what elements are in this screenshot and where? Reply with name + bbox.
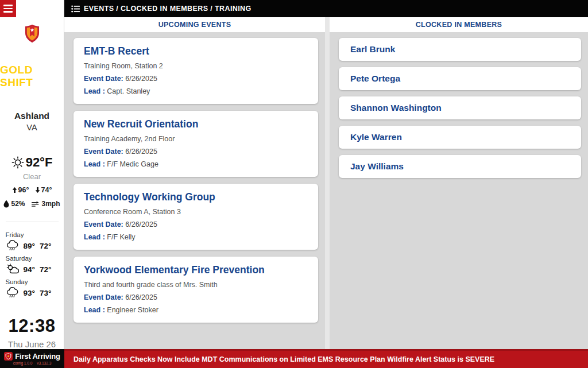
event-date-label: Event Date:: [84, 148, 123, 156]
wind-value: 3mph: [42, 200, 60, 208]
wind-icon: [31, 200, 40, 208]
humidity-wind-row: 52% 3mph: [3, 200, 60, 208]
forecast-low: 72°: [40, 265, 51, 274]
forecast-section: Friday 89° 72° Saturday 94° 72° S: [6, 222, 59, 299]
event-date-line: Event Date: 6/26/2025: [84, 148, 308, 156]
event-lead-value: F/F Medic Gage: [107, 160, 158, 168]
member-card: Shannon Washington: [339, 96, 581, 119]
low-temp: 74°: [41, 186, 52, 194]
current-temp: 92°F: [26, 155, 53, 170]
app-version: v3.132.3: [37, 361, 51, 365]
shift-label: GOLD SHIFT: [0, 64, 64, 89]
alert-ticker: Daily Apparatus Checks Now Include MDT C…: [64, 349, 588, 368]
forecast-high: 89°: [24, 242, 35, 250]
clocked-in-members-header: CLOCKED IN MEMBERS: [330, 17, 588, 32]
event-date-value: 6/26/2025: [125, 148, 157, 156]
forecast-row: 94° 72°: [6, 264, 59, 275]
sidebar: GOLD SHIFT Ashland VA 92°F Clear 96° 74°: [0, 0, 64, 349]
event-location: Third and fourth grade class of Mrs. Smi…: [84, 281, 308, 289]
bulleted-list-icon: [71, 5, 80, 13]
current-weather: 92°F: [11, 155, 53, 170]
state-label: VA: [26, 123, 37, 132]
event-lead-value: Capt. Stanley: [107, 87, 150, 95]
down-arrow-icon: [35, 187, 40, 193]
ticker-text: Daily Apparatus Checks Now Include MDT C…: [74, 355, 494, 363]
event-title: New Recruit Orientation: [84, 118, 308, 130]
page-title: EVENTS / CLOCKED IN MEMBERS / TRAINING: [84, 5, 252, 13]
member-card: Jay Williams: [339, 155, 581, 178]
event-lead-label: Lead :: [84, 233, 105, 241]
upcoming-events-header: UPCOMING EVENTS: [64, 17, 325, 32]
first-arriving-branding: First Arriving config 1.0.0 v3.132.3: [0, 349, 64, 368]
event-lead-line: Lead : Capt. Stanley: [84, 87, 308, 95]
topbar: EVENTS / CLOCKED IN MEMBERS / TRAINING: [64, 0, 588, 17]
weather-condition: Clear: [23, 172, 41, 181]
brand-name: First Arriving: [15, 352, 60, 361]
sun-behind-cloud-icon: [6, 264, 19, 275]
event-title: Yorkwood Elementary Fire Prevention: [84, 264, 308, 276]
member-card: Kyle Warren: [339, 126, 581, 149]
clock: 12:38 Thu June 26: [8, 316, 56, 349]
main-content: UPCOMING EVENTS EMT-B Recert Training Ro…: [64, 17, 588, 349]
forecast-row: 93° 73°: [6, 287, 59, 299]
rain-cloud-icon: [6, 287, 19, 299]
members-list: Earl Brunk Pete Ortega Shannon Washingto…: [330, 32, 588, 190]
event-location: Training Room, Station 2: [84, 62, 308, 70]
forecast-low: 73°: [40, 289, 51, 297]
event-lead-line: Lead : F/F Kelly: [84, 233, 308, 241]
droplet-icon: [3, 200, 9, 208]
member-name: Jay Williams: [350, 161, 404, 172]
upcoming-events-panel: UPCOMING EVENTS EMT-B Recert Training Ro…: [64, 17, 325, 349]
member-card: Pete Ortega: [339, 67, 581, 90]
event-title: EMT-B Recert: [84, 45, 308, 57]
first-arriving-shield-icon: [4, 352, 13, 361]
menu-button[interactable]: [0, 0, 16, 17]
event-date-value: 6/26/2025: [125, 220, 157, 228]
event-location: Conference Room A, Station 3: [84, 208, 308, 216]
high-temp: 96°: [18, 186, 29, 194]
hamburger-icon: [3, 5, 13, 6]
rain-cloud-icon: [6, 240, 19, 251]
event-card: Technology Working Group Conference Room…: [74, 184, 318, 250]
events-list: EMT-B Recert Training Room, Station 2 Ev…: [64, 32, 325, 335]
forecast-high: 93°: [24, 289, 35, 297]
event-date-label: Event Date:: [84, 75, 123, 83]
event-card: New Recruit Orientation Training Academy…: [74, 111, 318, 177]
config-version: config 1.0.0: [13, 361, 33, 365]
event-card: EMT-B Recert Training Room, Station 2 Ev…: [74, 38, 318, 104]
high-low-row: 96° 74°: [12, 186, 52, 194]
event-lead-label: Lead :: [84, 87, 105, 95]
column-divider: [325, 17, 330, 349]
event-location: Training Academy, 2nd Floor: [84, 135, 308, 143]
event-lead-line: Lead : F/F Medic Gage: [84, 160, 308, 168]
forecast-low: 72°: [40, 242, 51, 250]
forecast-day-label: Saturday: [6, 255, 59, 262]
humidity-value: 52%: [11, 200, 25, 208]
event-lead-label: Lead :: [84, 306, 105, 314]
up-arrow-icon: [12, 187, 17, 193]
clock-date: Thu June 26: [8, 339, 56, 349]
event-date-label: Event Date:: [84, 220, 123, 228]
event-lead-label: Lead :: [84, 160, 105, 168]
event-lead-line: Lead : Engineer Stoker: [84, 306, 308, 314]
member-name: Pete Ortega: [350, 73, 400, 84]
forecast-day-label: Sunday: [6, 278, 59, 285]
event-lead-value: F/F Kelly: [107, 233, 135, 241]
event-title: Technology Working Group: [84, 191, 308, 203]
city-label: Ashland: [14, 111, 49, 121]
event-date-line: Event Date: 6/26/2025: [84, 75, 308, 83]
clock-time: 12:38: [8, 316, 56, 336]
event-date-line: Event Date: 6/26/2025: [84, 220, 308, 228]
clocked-in-members-panel: CLOCKED IN MEMBERS Earl Brunk Pete Orteg…: [330, 17, 588, 349]
department-shield-logo: [10, 24, 55, 43]
event-date-value: 6/26/2025: [125, 75, 157, 83]
sun-icon: [11, 156, 24, 169]
member-name: Earl Brunk: [350, 44, 395, 55]
forecast-day-label: Friday: [6, 231, 59, 238]
member-card: Earl Brunk: [339, 38, 581, 61]
event-date-label: Event Date:: [84, 293, 123, 301]
forecast-row: 89° 72°: [6, 240, 59, 251]
event-date-value: 6/26/2025: [125, 293, 157, 301]
event-card: Yorkwood Elementary Fire Prevention Thir…: [74, 257, 318, 323]
member-name: Kyle Warren: [350, 132, 402, 142]
